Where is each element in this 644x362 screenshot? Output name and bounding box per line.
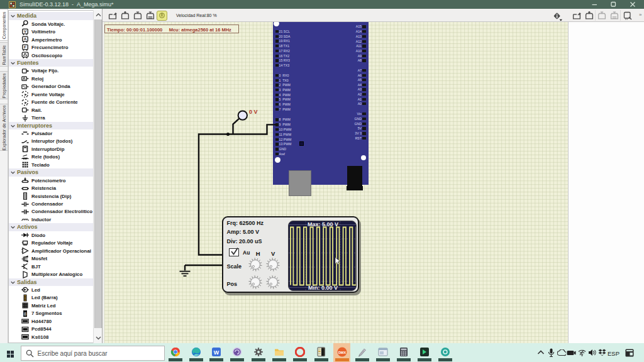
svg-text:W: W	[214, 349, 219, 356]
svg-text:V: V	[24, 29, 27, 33]
svg-text:8: 8	[24, 311, 27, 317]
svg-text:F: F	[24, 45, 26, 49]
svg-text:A: A	[24, 36, 27, 41]
svg-text:DMX: DMX	[338, 351, 346, 354]
